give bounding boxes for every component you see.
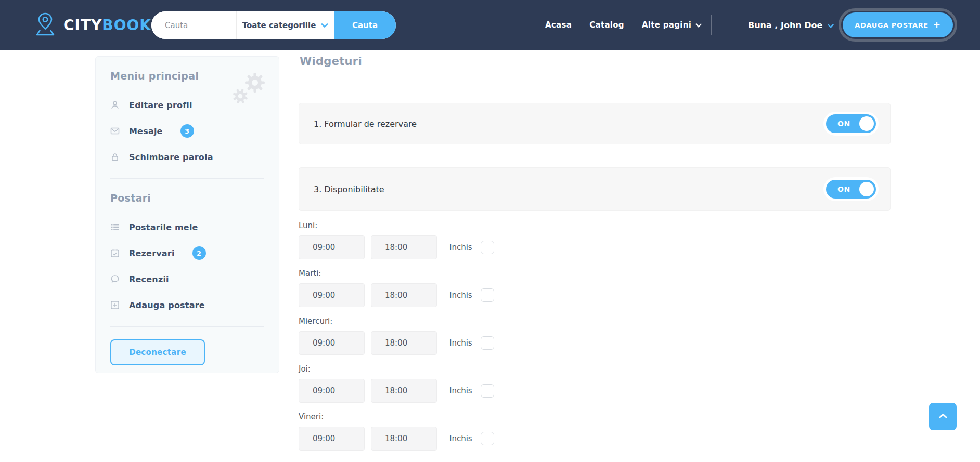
sidebar-item-recenzii[interactable]: Recenzii [96, 266, 279, 292]
closed-label: Inchis [449, 338, 472, 348]
add-post-button-ring: ADAUGA POSTARE + [839, 8, 957, 42]
messages-count-badge: 3 [180, 124, 194, 138]
open-time-input[interactable] [299, 379, 365, 403]
closed-label: Inchis [449, 291, 472, 300]
sidebar-item-schimbare-parola[interactable]: Schimbare parola [96, 144, 279, 170]
close-time-input[interactable] [371, 235, 437, 259]
schedule-day-marti: Marti: Inchis [299, 269, 891, 307]
brand-logo[interactable]: CITYBOOK [33, 0, 151, 50]
plus-square-icon [110, 300, 120, 310]
map-pin-icon [33, 10, 57, 39]
user-menu[interactable]: Buna , John Doe [748, 0, 834, 50]
close-time-input[interactable] [371, 427, 437, 451]
mail-icon [110, 126, 120, 136]
nav-link-acasa[interactable]: Acasa [545, 20, 572, 30]
day-label: Marti: [299, 269, 891, 278]
day-label: Luni: [299, 221, 891, 230]
widget-label: 1. Formular de rezervare [314, 119, 417, 129]
brand-name: CITYBOOK [63, 17, 151, 34]
nav-link-alte-pagini[interactable]: Alte pagini [642, 20, 702, 30]
search-button[interactable]: Cauta [334, 11, 396, 39]
top-navbar: CITYBOOK Toate categoriile Cauta Acasa C… [0, 0, 980, 50]
list-icon [110, 222, 120, 232]
chevron-up-icon [938, 413, 948, 420]
day-label: Miercuri: [299, 316, 891, 326]
widget-card-formular-rezervare: 1. Formular de rezervare ON [299, 103, 891, 144]
category-selected-label: Toate categoriile [242, 21, 316, 30]
sidebar-item-mesaje[interactable]: Mesaje 3 [96, 118, 279, 144]
availability-schedule: Luni: Inchis Marti: Inchis Miercuri: Inc… [299, 221, 891, 460]
schedule-day-vineri: Vineri: Inchis [299, 412, 891, 451]
calendar-icon [110, 248, 120, 258]
main-nav: Acasa Catalog Alte pagini [545, 0, 702, 50]
closed-checkbox[interactable] [481, 432, 494, 445]
user-greeting-label: Buna , John Doe [748, 20, 822, 30]
close-time-input[interactable] [371, 331, 437, 355]
sidebar-section-title-postari: Postari [110, 192, 279, 204]
schedule-day-luni: Luni: Inchis [299, 221, 891, 259]
day-label: Vineri: [299, 412, 891, 421]
open-time-input[interactable] [299, 331, 365, 355]
closed-label: Inchis [449, 243, 472, 252]
widget-toggle-on[interactable]: ON [826, 114, 876, 133]
navbar-divider [711, 15, 712, 35]
scroll-to-top-button[interactable] [929, 403, 957, 430]
chevron-down-icon [695, 20, 702, 30]
sidebar-item-postarile-mele[interactable]: Postarile mele [96, 214, 279, 240]
widget-card-disponibilitate: 3. Disponibilitate ON [299, 167, 891, 211]
day-label: Joi: [299, 364, 891, 374]
closed-checkbox[interactable] [481, 241, 494, 254]
sidebar-item-adauga-postare[interactable]: Adauga postare [96, 292, 279, 318]
search-bar: Toate categoriile Cauta [151, 11, 396, 39]
sidebar-divider [110, 178, 264, 179]
sidebar-item-rezervari[interactable]: Rezervari 2 [96, 240, 279, 266]
add-post-button[interactable]: ADAUGA POSTARE + [843, 12, 953, 37]
close-time-input[interactable] [371, 283, 437, 307]
toggle-knob [859, 182, 874, 196]
closed-checkbox[interactable] [481, 288, 494, 302]
account-sidebar: Meniu principal Editare profil Mesaje 3 … [95, 56, 279, 373]
sidebar-divider [110, 326, 264, 327]
closed-label: Inchis [449, 386, 472, 395]
closed-label: Inchis [449, 434, 472, 443]
open-time-input[interactable] [299, 283, 365, 307]
reservations-count-badge: 2 [192, 246, 206, 260]
gears-decoration-icon [228, 70, 268, 108]
widget-label: 3. Disponibilitate [314, 184, 384, 194]
close-time-input[interactable] [371, 379, 437, 403]
lock-icon [110, 152, 120, 162]
sidebar-menu-postari: Postarile mele Rezervari 2 Recenzii Adau… [96, 214, 279, 318]
category-select[interactable]: Toate categoriile [236, 11, 334, 39]
page-title: Widgeturi [300, 55, 362, 68]
schedule-day-miercuri: Miercuri: Inchis [299, 316, 891, 355]
schedule-day-joi: Joi: Inchis [299, 364, 891, 403]
nav-link-catalog[interactable]: Catalog [589, 20, 624, 30]
chevron-down-icon [828, 20, 834, 30]
open-time-input[interactable] [299, 235, 365, 259]
closed-checkbox[interactable] [481, 336, 494, 350]
logout-button[interactable]: Deconectare [110, 339, 205, 365]
user-icon [110, 100, 120, 110]
search-input[interactable] [151, 11, 236, 39]
plus-icon: + [933, 21, 941, 30]
chat-icon [110, 274, 120, 284]
widget-toggle-on[interactable]: ON [826, 180, 876, 199]
toggle-knob [859, 116, 874, 131]
open-time-input[interactable] [299, 427, 365, 451]
chevron-down-icon [321, 21, 328, 30]
closed-checkbox[interactable] [481, 384, 494, 398]
